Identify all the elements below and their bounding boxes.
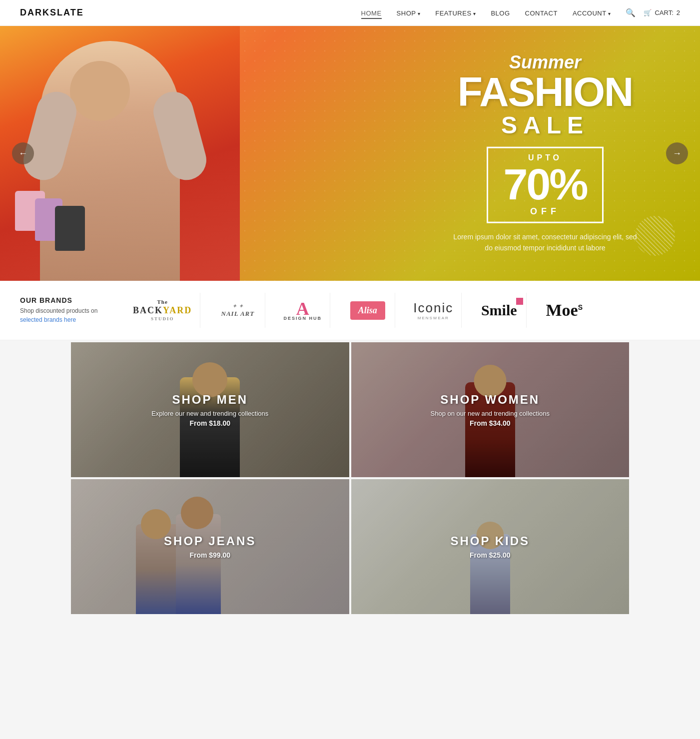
navbar: DARKSLATE HOME SHOP FEATURES BLOG CONTAC… <box>0 0 700 26</box>
shop-men-title: SHOP MEN <box>172 393 248 407</box>
brands-info: OUR BRANDS Shop discounted products on s… <box>20 296 125 324</box>
shop-kids-title: SHOP KIDS <box>450 534 530 548</box>
nav-shop[interactable]: SHOP <box>397 8 421 17</box>
nav-contact[interactable]: CONTACT <box>525 8 558 17</box>
brand-backyard-text: The BACKYARD STUDIO <box>133 299 192 322</box>
brands-subtitle-text: Shop discounted products on <box>20 307 97 314</box>
brand-iconic[interactable]: Iconic MENSWEAR <box>405 293 462 328</box>
cart-icon: 🛒 <box>644 9 652 16</box>
brand-nailart[interactable]: ✦ ✦ NAIL ART <box>210 293 265 328</box>
brands-section: OUR BRANDS Shop discounted products on s… <box>0 281 700 340</box>
brand-designhub-text: A DESIGN HUB <box>284 300 322 321</box>
cart-count: 2 <box>677 9 680 16</box>
shop-jeans-title: SHOP JEANS <box>164 534 256 548</box>
nav-account[interactable]: ACCOUNT <box>573 8 611 17</box>
nav-shop-link[interactable]: SHOP <box>397 9 421 17</box>
nav-icons: 🔍 🛒 CART: 2 <box>626 8 680 17</box>
hero-prev-button[interactable]: ← <box>12 142 34 164</box>
cart-button[interactable]: 🛒 CART: 2 <box>644 9 680 16</box>
brand-alisa-text: Alisa <box>350 301 385 320</box>
hero-percent-text: 70% <box>503 162 587 206</box>
nav-features[interactable]: FEATURES <box>435 8 476 17</box>
brands-link[interactable]: selected brands here <box>20 316 76 323</box>
hero-sale-text: SALE <box>450 111 640 139</box>
shop-jeans-overlay: SHOP JEANS From $99.00 <box>71 479 349 614</box>
nav-home-link[interactable]: HOME <box>361 9 382 19</box>
brand-smile[interactable]: Smile <box>472 293 527 328</box>
brand-smile-text: Smile <box>481 302 517 319</box>
brand-backyard[interactable]: The BACKYARD STUDIO <box>125 293 200 328</box>
hero-banner: Summer FASHION SALE UPTO 70% OFF Lorem i… <box>0 26 700 281</box>
brands-subtitle: Shop discounted products on selected bra… <box>20 306 110 324</box>
shop-women-tile[interactable]: SHOP WOMEN Shop on our new and trending … <box>351 342 630 477</box>
hero-next-button[interactable]: → <box>666 142 688 164</box>
shop-jeans-tile[interactable]: SHOP JEANS From $99.00 <box>71 479 349 614</box>
hero-fashion-text: FASHION <box>450 72 640 111</box>
brands-title: OUR BRANDS <box>20 296 110 304</box>
hero-lorem-text: Lorem ipsum dolor sit amet, consectetur … <box>450 231 640 254</box>
shop-kids-overlay: SHOP KIDS From $25.00 <box>351 479 630 614</box>
brand-alisa[interactable]: Alisa <box>340 293 395 328</box>
brands-logos: The BACKYARD STUDIO ✦ ✦ NAIL ART A DESIG… <box>125 293 680 328</box>
shop-jeans-price: From $99.00 <box>189 551 230 559</box>
shop-women-price: From $34.00 <box>470 419 511 427</box>
site-logo[interactable]: DARKSLATE <box>20 7 84 18</box>
nav-contact-link[interactable]: CONTACT <box>525 9 558 17</box>
shop-men-price: From $18.00 <box>189 419 230 427</box>
nav-blog-link[interactable]: BLOG <box>491 9 510 17</box>
shop-kids-price: From $25.00 <box>470 551 511 559</box>
nav-features-link[interactable]: FEATURES <box>435 9 476 17</box>
shop-women-overlay: SHOP WOMEN Shop on our new and trending … <box>351 342 630 477</box>
shop-men-desc: Explore our new and trending collections <box>151 410 268 417</box>
hero-circle-decoration <box>635 216 675 256</box>
shop-women-title: SHOP WOMEN <box>440 393 540 407</box>
search-button[interactable]: 🔍 <box>626 8 636 17</box>
nav-home[interactable]: HOME <box>361 8 382 17</box>
hero-figure-head <box>70 61 130 121</box>
shop-men-overlay: SHOP MEN Explore our new and trending co… <box>71 342 349 477</box>
shopping-bag-black <box>55 206 85 251</box>
shop-women-desc: Shop on our new and trending collections <box>431 410 550 417</box>
nav-account-link[interactable]: ACCOUNT <box>573 9 611 17</box>
brand-moe-text: MoeS <box>546 301 583 320</box>
brand-iconic-text: Iconic MENSWEAR <box>413 300 453 320</box>
shop-grid: SHOP MEN Explore our new and trending co… <box>0 340 700 616</box>
nav-links: HOME SHOP FEATURES BLOG CONTACT ACCOUNT <box>361 8 611 17</box>
hero-content: Summer FASHION SALE UPTO 70% OFF Lorem i… <box>450 53 640 254</box>
hero-discount-box: UPTO 70% OFF <box>487 147 603 223</box>
brand-nailart-text: ✦ ✦ NAIL ART <box>221 303 255 318</box>
nav-blog[interactable]: BLOG <box>491 8 510 17</box>
cart-label: CART: <box>655 9 673 16</box>
brand-moe[interactable]: MoeS <box>537 293 592 328</box>
shop-men-tile[interactable]: SHOP MEN Explore our new and trending co… <box>71 342 349 477</box>
brand-designhub[interactable]: A DESIGN HUB <box>275 293 330 328</box>
shop-kids-tile[interactable]: SHOP KIDS From $25.00 <box>351 479 630 614</box>
hero-woman-area <box>0 26 240 281</box>
